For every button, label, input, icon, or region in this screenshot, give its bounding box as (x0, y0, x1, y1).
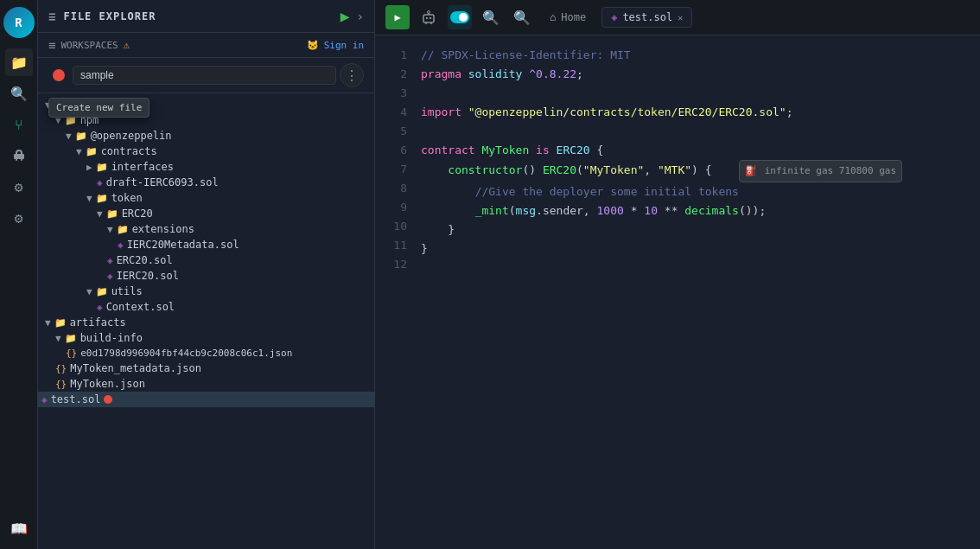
folder-icon: 📁 (75, 131, 87, 142)
folder-collapse-icon: ▼ (107, 224, 113, 235)
tree-item-label: ERC20 (122, 207, 153, 220)
tab-close-button[interactable]: ✕ (678, 13, 683, 22)
home-icon: ⌂ (550, 11, 556, 23)
folder-collapse-icon: ▼ (45, 317, 51, 329)
sidebar-item-docs[interactable]: 📖 (5, 514, 33, 542)
json-file-icon: {} (66, 348, 77, 359)
list-item[interactable]: ▼ 📁 ERC20 (38, 206, 374, 221)
new-file-tooltip: Create new file (48, 98, 150, 118)
tab-sol-icon: ◈ (611, 11, 617, 23)
file-tree: ▼ 📁 .deps ▼ 📁 npm ▼ 📁 @openzeppelin ▼ 📁 … (38, 93, 374, 549)
unsaved-indicator (104, 395, 112, 404)
sidebar-item-debug[interactable] (5, 142, 33, 169)
list-item[interactable]: ▼ 📁 utils (38, 284, 374, 299)
svg-point-9 (459, 13, 468, 22)
home-tab-label: Home (561, 11, 586, 23)
svg-rect-1 (423, 15, 434, 22)
run-button[interactable]: ▶ (385, 5, 410, 29)
tree-item-label: utils (111, 285, 143, 297)
folder-collapse-icon: ▼ (86, 193, 92, 204)
folder-icon: 📁 (86, 146, 98, 157)
list-item[interactable]: ◈ draft-IERC6093.sol (38, 175, 374, 190)
home-tab[interactable]: ⌂ Home (541, 8, 595, 27)
sidebar-item-plugins[interactable]: ⚙ (5, 173, 33, 201)
tree-item-label: e0d1798d996904fbf44cb9c2008c06c1.json (80, 348, 292, 359)
check-icon: ▶ (340, 7, 350, 25)
header-actions: ▶ › (340, 7, 364, 25)
list-item[interactable]: {} e0d1798d996904fbf44cb9c2008c06c1.json (38, 346, 374, 361)
warning-icon: ⚠ (124, 39, 130, 51)
list-item[interactable]: ▼ 📁 artifacts (38, 315, 374, 330)
folder-collapse-icon: ▶ (86, 162, 92, 173)
sidebar-item-settings[interactable]: ⚙ (5, 204, 33, 232)
test-sol-tab[interactable]: ◈ test.sol ✕ (601, 7, 692, 28)
list-item[interactable]: ▼ 📁 contracts (38, 144, 374, 159)
tree-item-label: draft-IERC6093.sol (106, 176, 219, 188)
tree-item-label: MyToken.json (70, 378, 145, 390)
tree-item-label: IERC20.sol (117, 270, 179, 282)
tree-item-label: ERC20.sol (117, 254, 173, 266)
tab-label: test.sol (622, 11, 672, 23)
editor-toolbar: ▶ 🔍 🔍 ⌂ Home ◈ test.so (375, 0, 980, 35)
svg-rect-3 (430, 17, 431, 19)
list-item[interactable]: ◈ IERC20.sol (38, 268, 374, 284)
active-file-label: test.sol (51, 393, 101, 405)
list-item[interactable]: ▶ 📁 interfaces (38, 159, 374, 175)
list-item[interactable]: ◈ ERC20.sol (38, 252, 374, 268)
sidebar-item-search[interactable]: 🔍 (5, 80, 33, 107)
tree-item-label: build-info (80, 332, 143, 344)
editor-area: ▶ 🔍 🔍 ⌂ Home ◈ test.so (375, 0, 980, 549)
folder-icon: 📁 (106, 208, 118, 220)
list-item[interactable]: ▼ 📁 @openzeppelin (38, 128, 374, 144)
active-file-item[interactable]: ◈ test.sol (38, 392, 374, 407)
sol-file-icon: ◈ (118, 239, 124, 251)
toggle-button[interactable] (448, 5, 472, 29)
logo-text: R (15, 16, 22, 29)
folder-collapse-icon: ▼ (66, 131, 72, 142)
folder-icon: 📁 (96, 286, 108, 297)
sidebar-item-git[interactable]: ⑂ (5, 111, 33, 138)
sol-file-icon: ◈ (97, 177, 103, 188)
file-explorer-label: FILE EXPLORER (63, 10, 156, 22)
new-file-button[interactable] (48, 65, 69, 86)
code-editor: 1 2 3 4 5 6 7 8 9 10 11 12 // SPDX-Licen… (375, 35, 980, 549)
tree-item-label: @openzeppelin (91, 130, 172, 142)
app-logo[interactable]: R (3, 7, 35, 38)
json-file-icon: {} (55, 379, 67, 390)
robot-icon-button[interactable] (417, 5, 441, 29)
line-numbers: 1 2 3 4 5 6 7 8 9 10 11 12 (375, 35, 414, 549)
github-icon: 🐱 (307, 40, 319, 51)
sign-in-label: Sign in (324, 40, 364, 51)
tree-item-label: contracts (101, 145, 157, 157)
svg-point-7 (428, 11, 430, 14)
folder-collapse-icon: ▼ (55, 333, 61, 344)
list-item[interactable]: ▼ 📁 build-info (38, 330, 374, 346)
zoom-in-button[interactable]: 🔍 (510, 5, 534, 29)
sidebar-item-files[interactable]: 📁 (5, 48, 33, 76)
list-item[interactable]: ◈ Context.sol (38, 299, 374, 315)
tree-item-label: interfaces (111, 161, 174, 173)
folder-icon: 📁 (65, 333, 77, 344)
folder-icon: 📁 (96, 193, 108, 204)
workspaces-left: ≡ WORKSPACES ⚠ (48, 38, 130, 52)
workspace-dropdown-button[interactable]: ⋮ (340, 63, 364, 87)
sign-in-button[interactable]: 🐱 Sign in (307, 40, 364, 51)
list-item[interactable]: ▼ 📁 token (38, 190, 374, 206)
list-item[interactable]: {} MyToken_metadata.json (38, 361, 374, 376)
svg-rect-2 (426, 17, 428, 19)
workspaces-menu-icon[interactable]: ≡ (48, 38, 55, 52)
list-item[interactable]: ▼ 📁 extensions (38, 221, 374, 237)
code-content[interactable]: // SPDX-License-Identifier: MIT pragma s… (414, 35, 980, 549)
file-explorer-title: ≡ FILE EXPLORER (48, 10, 156, 23)
hamburger-icon[interactable]: ≡ (48, 10, 56, 23)
tree-item-label: artifacts (70, 316, 126, 329)
zoom-out-button[interactable]: 🔍 (479, 5, 503, 29)
folder-collapse-icon: ▼ (97, 208, 103, 220)
sol-file-icon: ◈ (107, 255, 113, 266)
svg-point-0 (53, 69, 65, 81)
list-item[interactable]: ◈ IERC20Metadata.sol (38, 237, 374, 252)
list-item[interactable]: {} MyToken.json (38, 376, 374, 392)
workspaces-bar: ≡ WORKSPACES ⚠ 🐱 Sign in (38, 33, 374, 58)
file-toolbar: Create new file ⋮ (38, 58, 374, 93)
workspace-name-input[interactable] (73, 66, 336, 85)
